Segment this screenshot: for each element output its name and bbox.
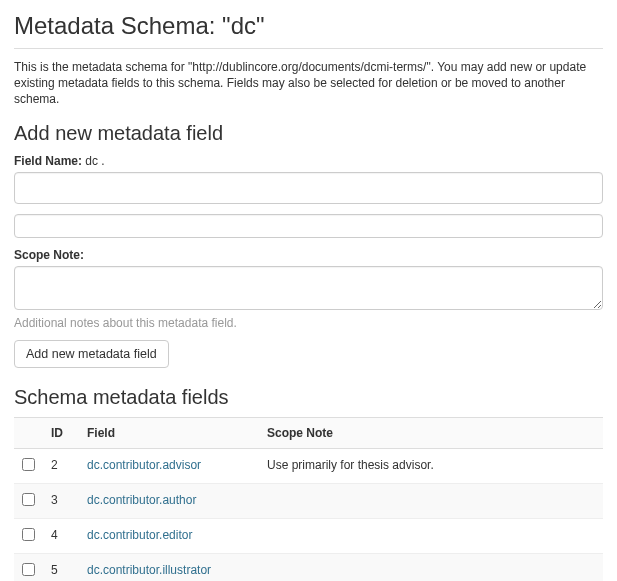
listing-heading: Schema metadata fields (14, 386, 603, 409)
row-select-checkbox[interactable] (22, 563, 35, 576)
field-name-label: Field Name: (14, 154, 82, 168)
row-select-checkbox[interactable] (22, 528, 35, 541)
scope-note-textarea[interactable] (14, 266, 603, 310)
field-element-input[interactable] (14, 172, 603, 204)
col-header-select (14, 417, 43, 448)
table-row: 3dc.contributor.author (14, 483, 603, 518)
row-scope-note (259, 483, 603, 518)
add-form-heading: Add new metadata field (14, 122, 603, 145)
table-row: 2dc.contributor.advisorUse primarily for… (14, 448, 603, 483)
row-scope-note (259, 518, 603, 553)
row-select-checkbox[interactable] (22, 493, 35, 506)
table-row: 5dc.contributor.illustrator (14, 553, 603, 581)
row-scope-note (259, 553, 603, 581)
add-field-button[interactable]: Add new metadata field (14, 340, 169, 368)
col-header-id: ID (43, 417, 79, 448)
field-link[interactable]: dc.contributor.author (87, 493, 196, 507)
row-id: 4 (43, 518, 79, 553)
row-select-checkbox[interactable] (22, 458, 35, 471)
scope-note-label: Scope Note: (14, 248, 603, 262)
col-header-scope: Scope Note (259, 417, 603, 448)
field-link[interactable]: dc.contributor.advisor (87, 458, 201, 472)
intro-text: This is the metadata schema for "http://… (14, 59, 603, 108)
scope-note-help: Additional notes about this metadata fie… (14, 316, 603, 330)
fields-table: ID Field Scope Note 2dc.contributor.advi… (14, 417, 603, 581)
row-id: 2 (43, 448, 79, 483)
row-id: 3 (43, 483, 79, 518)
table-row: 4dc.contributor.editor (14, 518, 603, 553)
row-id: 5 (43, 553, 79, 581)
field-link[interactable]: dc.contributor.illustrator (87, 563, 211, 577)
page-title: Metadata Schema: "dc" (14, 12, 603, 49)
field-qualifier-input[interactable] (14, 214, 603, 238)
field-name-prefix: dc . (82, 154, 105, 168)
field-name-row: Field Name: dc . (14, 153, 603, 168)
col-header-field: Field (79, 417, 259, 448)
row-scope-note: Use primarily for thesis advisor. (259, 448, 603, 483)
field-link[interactable]: dc.contributor.editor (87, 528, 192, 542)
